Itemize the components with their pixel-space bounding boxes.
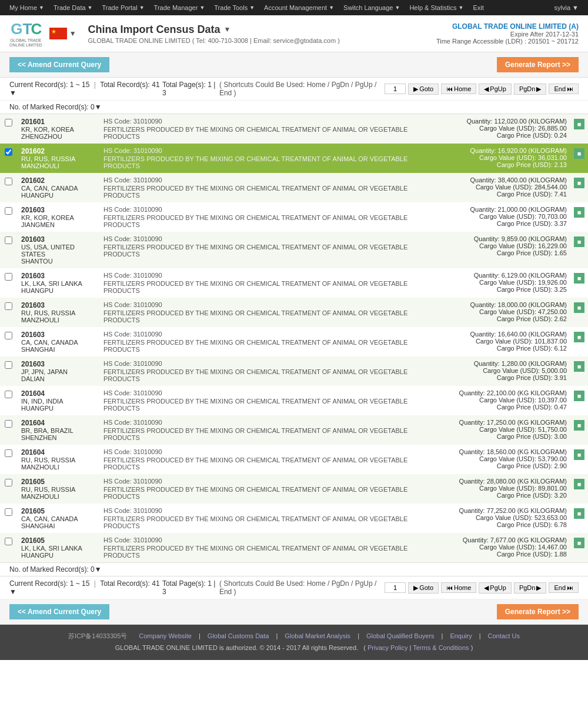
nav-trade-portal[interactable]: Trade Portal ▼ (98, 0, 149, 15)
page-number-input-top[interactable] (385, 84, 406, 94)
footer-link-contact[interactable]: Contact Us (488, 631, 520, 642)
marked-records-dropdown-bottom[interactable]: ▼ (95, 565, 102, 574)
home-button-bottom[interactable]: ⏮ Home (441, 582, 476, 593)
row-checkbox[interactable] (5, 207, 12, 215)
nav-trade-data[interactable]: Trade Data ▼ (49, 0, 98, 15)
record-country: LK, LKA, SRI LANKA (21, 545, 94, 552)
marked-records-dropdown-top[interactable]: ▼ (95, 103, 102, 111)
row-values-cell: Quantity: 21,000.00 (KILOGRAM) Cargo Val… (425, 202, 572, 232)
row-checkbox[interactable] (5, 508, 12, 516)
footer-link-customs[interactable]: Global Customs Data (208, 631, 269, 642)
nav-help-statistics[interactable]: Help & Statistics ▼ (405, 0, 468, 15)
row-action-cell[interactable]: ■ (572, 173, 588, 202)
end-button-top[interactable]: End ⏭ (549, 84, 579, 94)
total-records-dropdown-bottom[interactable]: ▼ (9, 588, 16, 596)
nav-account-management[interactable]: Account Management ▼ (259, 0, 339, 15)
row-action-button[interactable]: ■ (574, 479, 584, 489)
row-action-button[interactable]: ■ (574, 449, 584, 460)
row-checkbox[interactable] (5, 236, 12, 244)
goto-button-bottom[interactable]: ▶ Goto (408, 582, 439, 594)
row-action-button[interactable]: ■ (574, 508, 584, 519)
row-action-button[interactable]: ■ (574, 420, 584, 431)
footer-top: 苏ICP备14033305号 Company Website | Global … (6, 631, 582, 642)
total-records-dropdown[interactable]: ▼ (9, 89, 16, 97)
hs-code: HS Code: 31010090 (103, 331, 420, 338)
row-action-cell[interactable]: ■ (572, 232, 588, 268)
row-action-cell[interactable]: ■ (572, 533, 588, 562)
row-info-cell: 201602 CA, CAN, CANADA HUANGPU (16, 173, 99, 202)
row-action-button[interactable]: ■ (574, 332, 584, 342)
nav-help-statistics-arrow: ▼ (458, 5, 463, 11)
row-checkbox[interactable] (5, 178, 12, 185)
pgup-icon: ◀ (484, 85, 489, 93)
row-action-cell[interactable]: ■ (572, 445, 588, 474)
row-checkbox[interactable] (5, 119, 12, 126)
row-action-cell[interactable]: ■ (572, 298, 588, 327)
pgdn-button-bottom[interactable]: PgDn ▶ (514, 582, 547, 594)
row-action-button[interactable]: ■ (574, 538, 584, 548)
row-checkbox[interactable] (5, 148, 12, 156)
row-action-cell[interactable]: ■ (572, 202, 588, 232)
row-checkbox-cell (0, 415, 16, 445)
row-action-button[interactable]: ■ (574, 391, 584, 401)
row-action-cell[interactable]: ■ (572, 504, 588, 533)
row-action-button[interactable]: ■ (574, 207, 584, 218)
row-action-cell[interactable]: ■ (572, 268, 588, 298)
row-hs-cell: HS Code: 31010090 FERTILIZERS PRODUCED B… (99, 504, 425, 533)
row-checkbox[interactable] (5, 273, 12, 281)
row-action-button[interactable]: ■ (574, 119, 584, 129)
footer-link-buyers[interactable]: Global Qualified Buyers (366, 631, 435, 642)
row-action-cell[interactable]: ■ (572, 327, 588, 356)
row-action-button[interactable]: ■ (574, 302, 584, 313)
row-action-cell[interactable]: ■ (572, 386, 588, 415)
flag-dropdown-arrow[interactable]: ▼ (69, 29, 76, 38)
row-checkbox[interactable] (5, 449, 12, 457)
pgdn-button-top[interactable]: PgDn ▶ (514, 84, 547, 95)
row-checkbox[interactable] (5, 391, 12, 398)
row-action-button[interactable]: ■ (574, 236, 584, 247)
row-action-cell[interactable]: ■ (572, 144, 588, 173)
row-action-button[interactable]: ■ (574, 273, 584, 284)
flag-area[interactable]: ▼ (49, 28, 76, 39)
row-action-cell[interactable]: ■ (572, 474, 588, 504)
footer-privacy-link[interactable]: Privacy Policy (368, 644, 407, 651)
page-number-input-bottom[interactable] (385, 582, 406, 593)
row-checkbox[interactable] (5, 332, 12, 339)
row-checkbox[interactable] (5, 361, 12, 369)
amend-current-query-button[interactable]: << Amend Current Query (9, 57, 109, 72)
nav-my-home[interactable]: My Home ▼ (5, 0, 49, 15)
pgup-button-top[interactable]: ◀ PgUp (479, 84, 512, 95)
generate-report-button-bottom[interactable]: Generate Report >> (497, 604, 579, 619)
row-checkbox-cell (0, 202, 16, 232)
hs-code: HS Code: 31010090 (103, 206, 420, 213)
row-hs-cell: HS Code: 31010090 FERTILIZERS PRODUCED B… (99, 415, 425, 445)
footer-link-enquiry[interactable]: Enquiry (450, 631, 472, 642)
row-checkbox[interactable] (5, 302, 12, 310)
home-button-top[interactable]: ⏮ Home (441, 84, 476, 94)
title-dropdown-arrow[interactable]: ▼ (224, 25, 231, 34)
nav-exit[interactable]: Exit (468, 0, 488, 15)
generate-report-button[interactable]: Generate Report >> (497, 57, 579, 72)
row-checkbox[interactable] (5, 420, 12, 428)
row-action-button[interactable]: ■ (574, 148, 584, 159)
nav-switch-language[interactable]: Switch Language ▼ (339, 0, 405, 15)
amend-current-query-button-bottom[interactable]: << Amend Current Query (9, 604, 109, 619)
row-checkbox[interactable] (5, 538, 12, 545)
hs-code: HS Code: 31010090 (103, 536, 420, 544)
nav-trade-tools[interactable]: Trade Tools ▼ (209, 0, 259, 15)
row-action-cell[interactable]: ■ (572, 114, 588, 144)
end-button-bottom[interactable]: End ⏭ (549, 582, 579, 593)
nav-trade-data-label: Trade Data (54, 4, 86, 11)
footer-terms-link[interactable]: Terms & Conditions (413, 644, 469, 651)
pgup-button-bottom[interactable]: ◀ PgUp (479, 582, 512, 594)
goto-button-top[interactable]: ▶ Goto (408, 84, 439, 95)
nav-trade-manager[interactable]: Trade Manager ▼ (149, 0, 210, 15)
row-action-cell[interactable]: ■ (572, 415, 588, 445)
table-row: 201603 RU, RUS, RUSSIA MANZHOULI HS Code… (0, 298, 588, 327)
row-action-cell[interactable]: ■ (572, 356, 588, 386)
footer-link-market[interactable]: Global Market Analysis (285, 631, 350, 642)
footer-link-company[interactable]: Company Website (139, 631, 192, 642)
row-checkbox[interactable] (5, 479, 12, 486)
row-action-button[interactable]: ■ (574, 361, 584, 372)
row-action-button[interactable]: ■ (574, 178, 584, 188)
